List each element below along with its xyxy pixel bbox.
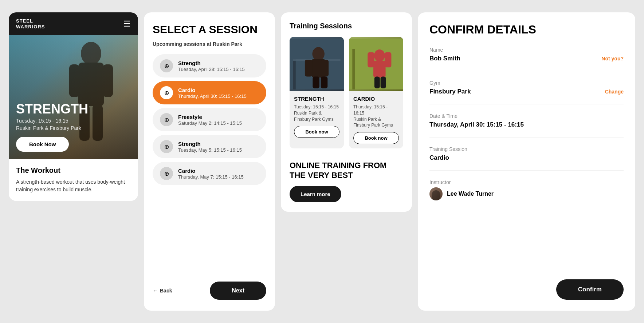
divider-3: [429, 137, 624, 137]
session-info-strength-2: Strength Tuesday, May 5: 15:15 - 16:15: [178, 141, 242, 153]
svg-rect-19: [368, 52, 374, 67]
instructor-name: Lee Wade Turner: [447, 191, 494, 197]
svg-rect-21: [374, 76, 380, 88]
svg-rect-16: [352, 49, 355, 89]
mobile-header: STEEL WARRIORS ☰: [9, 12, 138, 35]
session-row: Cardio: [429, 154, 624, 162]
svg-point-17: [374, 49, 385, 62]
svg-rect-1: [78, 63, 104, 106]
book-now-button[interactable]: Book Now: [16, 137, 69, 152]
cardio-card-detail: Thursday: 15:15 - 16:15 Ruskin Park & Fi…: [353, 104, 399, 128]
mobile-body: The Workout A strength-based workout tha…: [9, 159, 138, 201]
session-name-freestyle: Freestyle: [178, 114, 242, 120]
session-icon-cardio-1: ⊕: [160, 86, 173, 99]
session-name: Strength: [178, 60, 245, 66]
session-name-strength-2: Strength: [178, 141, 242, 147]
cardio-book-button[interactable]: Book now: [353, 132, 399, 144]
datetime-row: Thursday, April 30: 15:15 - 16:15: [429, 121, 624, 128]
training-sessions-title: Training Sessions: [290, 22, 403, 30]
instructor-label: Instructor: [429, 179, 624, 185]
workout-title: The Workout: [16, 166, 131, 175]
instructor-avatar: [429, 187, 443, 200]
svg-point-9: [312, 47, 325, 60]
datetime-label: Date & Time: [429, 113, 624, 119]
session-time-cardio-2: Thursday, May 7: 15:15 - 16:15: [178, 174, 244, 180]
session-item-cardio-1[interactable]: ⊕ Cardio Thursday, April 30: 15:15 - 16:…: [153, 81, 266, 104]
instructor-row: Lee Wade Turner: [429, 187, 624, 200]
svg-rect-14: [321, 76, 328, 88]
training-cards: STRENGTH Tuesday: 15:15 - 16:15 Ruskin P…: [290, 37, 403, 148]
divider-4: [429, 170, 624, 171]
gym-field-group: Gym Finsbury Park Change: [429, 80, 624, 104]
instructor-field-group: Instructor Lee Wade Turner: [429, 179, 624, 200]
online-training-section: ONLINE TRAINING FROM THE VERY BEST Learn…: [290, 161, 403, 202]
cardio-card-image: [349, 37, 403, 91]
session-time-freestyle: Saturday May 2: 14:15 - 15:15: [178, 120, 242, 126]
hero-location: Ruskin Park & Finsbury Park: [16, 125, 88, 131]
cardio-card-name: CARDIO: [353, 96, 399, 102]
back-label: Back: [160, 288, 172, 294]
training-card-strength: STRENGTH Tuesday: 15:15 - 16:15 Ruskin P…: [290, 37, 344, 148]
divider-1: [429, 71, 624, 71]
change-gym-link[interactable]: Change: [605, 89, 624, 95]
session-time-cardio: Thursday, April 30: 15:15 - 16:15: [178, 93, 247, 99]
session-info-cardio-2: Cardio Thursday, May 7: 15:15 - 16:15: [178, 168, 244, 180]
select-session-footer: ← Back Next: [153, 282, 266, 300]
name-row: Bob Smith Not you?: [429, 55, 624, 62]
hero-section: STRENGTH Tuesday: 15:15 - 16:15 Ruskin P…: [9, 35, 138, 159]
cardio-card-body: CARDIO Thursday: 15:15 - 16:15 Ruskin Pa…: [349, 91, 403, 148]
back-arrow-icon: ←: [153, 288, 158, 294]
back-button[interactable]: ← Back: [153, 288, 172, 294]
session-item-strength-2[interactable]: ⊕ Strength Tuesday, May 5: 15:15 - 16:15: [153, 135, 266, 158]
session-icon-strength-2: ⊕: [160, 140, 173, 153]
svg-rect-22: [381, 76, 386, 88]
confirm-title: CONFIRM DETAILS: [429, 23, 624, 36]
session-name-cardio-2: Cardio: [178, 168, 244, 174]
session-label: Training Session: [429, 146, 624, 152]
svg-rect-13: [313, 76, 319, 88]
strength-person-svg: [290, 37, 344, 91]
hero-title: STRENGTH: [16, 103, 88, 116]
session-list: ⊕ Strength Tuesday, April 28: 15:15 - 16…: [153, 54, 266, 273]
session-field-group: Training Session Cardio: [429, 146, 624, 170]
svg-rect-12: [321, 60, 329, 77]
divider-2: [429, 104, 624, 104]
session-item-strength-1[interactable]: ⊕ Strength Tuesday, April 28: 15:15 - 16…: [153, 54, 266, 77]
gym-row: Finsbury Park Change: [429, 88, 624, 95]
svg-point-0: [81, 42, 101, 65]
svg-rect-11: [305, 60, 312, 77]
avatar-figure: [432, 190, 440, 200]
session-name-cardio: Cardio: [178, 87, 247, 93]
hero-subtitle: Tuesday: 15:15 - 16:15: [16, 118, 88, 124]
next-button[interactable]: Next: [210, 282, 266, 300]
strength-card-image: [290, 37, 344, 91]
not-you-link[interactable]: Not you?: [601, 56, 624, 61]
session-info-freestyle: Freestyle Saturday May 2: 14:15 - 15:15: [178, 114, 242, 126]
logo: STEEL WARRIORS: [16, 18, 45, 29]
session-icon-strength-1: ⊕: [160, 59, 173, 72]
session-icon-cardio-2: ⊕: [160, 167, 173, 180]
learn-more-button[interactable]: Learn more: [290, 186, 341, 202]
session-info-cardio-1: Cardio Thursday, April 30: 15:15 - 16:15: [178, 87, 247, 99]
select-session-subtitle: Upcomming sessions at Ruskin Park: [153, 41, 266, 47]
name-label: Name: [429, 47, 624, 53]
svg-rect-18: [373, 61, 386, 78]
training-card-cardio: CARDIO Thursday: 15:15 - 16:15 Ruskin Pa…: [349, 37, 403, 148]
gym-value: Finsbury Park: [429, 88, 471, 95]
svg-rect-5: [93, 104, 103, 141]
strength-book-button[interactable]: Book now: [294, 126, 339, 138]
training-sessions-panel: Training Sessions: [281, 12, 412, 212]
session-item-freestyle[interactable]: ⊕ Freestyle Saturday May 2: 14:15 - 15:1…: [153, 108, 266, 131]
session-value: Cardio: [429, 154, 449, 162]
hamburger-icon[interactable]: ☰: [123, 19, 131, 29]
strength-card-body: STRENGTH Tuesday: 15:15 - 16:15 Ruskin P…: [290, 91, 344, 142]
confirm-button[interactable]: Confirm: [556, 279, 624, 300]
select-session-panel: SELECT A SESSION Upcomming sessions at R…: [144, 12, 275, 311]
svg-rect-7: [293, 59, 295, 89]
session-item-cardio-2[interactable]: ⊕ Cardio Thursday, May 7: 15:15 - 16:15: [153, 162, 266, 185]
name-value: Bob Smith: [429, 55, 460, 62]
session-icon-freestyle: ⊕: [160, 113, 173, 126]
hero-content: STRENGTH Tuesday: 15:15 - 16:15 Ruskin P…: [16, 103, 88, 152]
panels-wrapper: STEEL WARRIORS ☰ STRENGTH Tuesday: 15:15…: [9, 12, 635, 311]
datetime-value: Thursday, April 30: 15:15 - 16:15: [429, 121, 524, 128]
